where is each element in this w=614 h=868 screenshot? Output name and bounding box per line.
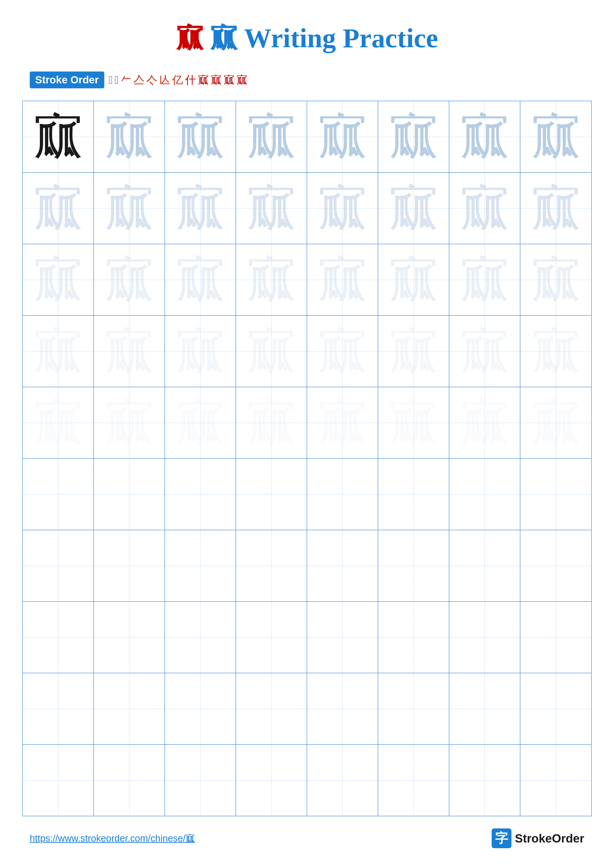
grid-cell-10-1[interactable] <box>23 745 94 816</box>
grid-cell-4-7[interactable]: 寙 <box>449 316 521 387</box>
grid-cell-3-6[interactable]: 寙 <box>378 244 449 315</box>
char-practice: 寙 <box>531 112 581 161</box>
grid-cell-4-8[interactable]: 寙 <box>521 316 591 387</box>
grid-cell-2-7[interactable]: 寙 <box>449 173 521 244</box>
stroke-2: 𠂈 <box>115 74 119 86</box>
char-practice: 寙 <box>176 112 225 161</box>
grid-cell-10-7[interactable] <box>449 745 521 816</box>
char-practice: 寙 <box>104 327 154 376</box>
char-practice: 寙 <box>318 255 367 305</box>
grid-cell-10-6[interactable] <box>378 745 449 816</box>
char-practice: 寙 <box>531 184 581 233</box>
grid-cell-4-6[interactable]: 寙 <box>378 316 449 387</box>
grid-cell-4-3[interactable]: 寙 <box>165 316 236 387</box>
grid-cell-2-4[interactable]: 寙 <box>236 173 307 244</box>
grid-cell-2-1[interactable]: 寙 <box>23 173 94 244</box>
footer-url-link[interactable]: https://www.strokeorder.com/chinese/寙 <box>30 832 195 845</box>
grid-cell-1-7[interactable]: 寙 <box>449 101 521 172</box>
grid-cell-3-5[interactable]: 寙 <box>307 244 378 315</box>
grid-cell-7-7[interactable] <box>449 530 521 601</box>
grid-cell-3-3[interactable]: 寙 <box>165 244 236 315</box>
char-practice: 寙 <box>460 327 510 376</box>
grid-cell-1-5[interactable]: 寙 <box>307 101 378 172</box>
char-practice: 寙 <box>247 255 296 305</box>
grid-cell-7-8[interactable] <box>521 530 591 601</box>
grid-cell-9-6[interactable] <box>378 673 449 744</box>
grid-cell-6-7[interactable] <box>449 459 521 530</box>
grid-cell-5-4[interactable]: 寙 <box>236 387 307 458</box>
grid-cell-8-3[interactable] <box>165 602 236 673</box>
grid-cell-6-8[interactable] <box>521 459 591 530</box>
grid-cell-10-5[interactable] <box>307 745 378 816</box>
grid-cell-10-8[interactable] <box>521 745 591 816</box>
grid-cell-10-3[interactable] <box>165 745 236 816</box>
grid-cell-1-2[interactable]: 寙 <box>94 101 165 172</box>
grid-cell-10-4[interactable] <box>236 745 307 816</box>
grid-cell-9-5[interactable] <box>307 673 378 744</box>
stroke-6: 亾 <box>159 73 170 87</box>
grid-cell-3-4[interactable]: 寙 <box>236 244 307 315</box>
char-practice: 寙 <box>531 398 581 448</box>
grid-cell-8-5[interactable] <box>307 602 378 673</box>
grid-cell-5-2[interactable]: 寙 <box>94 387 165 458</box>
grid-cell-5-1[interactable]: 寙 <box>23 387 94 458</box>
grid-cell-6-1[interactable] <box>23 459 94 530</box>
title-character: 寙 <box>176 23 204 53</box>
grid-cell-5-8[interactable]: 寙 <box>521 387 591 458</box>
grid-cell-7-1[interactable] <box>23 530 94 601</box>
grid-cell-9-1[interactable] <box>23 673 94 744</box>
grid-cell-3-7[interactable]: 寙 <box>449 244 521 315</box>
char-practice: 寙 <box>33 184 83 233</box>
grid-cell-9-2[interactable] <box>94 673 165 744</box>
grid-cell-2-3[interactable]: 寙 <box>165 173 236 244</box>
char-practice: 寙 <box>389 255 438 305</box>
grid-cell-2-5[interactable]: 寙 <box>307 173 378 244</box>
grid-cell-8-4[interactable] <box>236 602 307 673</box>
char-practice: 寙 <box>389 327 438 376</box>
grid-cell-3-1[interactable]: 寙 <box>23 244 94 315</box>
grid-cell-1-1[interactable]: 寙 <box>23 101 94 172</box>
grid-cell-9-4[interactable] <box>236 673 307 744</box>
char-practice: 寙 <box>318 327 367 376</box>
grid-cell-8-2[interactable] <box>94 602 165 673</box>
grid-cell-9-3[interactable] <box>165 673 236 744</box>
grid-cell-6-2[interactable] <box>94 459 165 530</box>
grid-cell-6-3[interactable] <box>165 459 236 530</box>
char-practice: 寙 <box>318 112 367 161</box>
grid-cell-4-2[interactable]: 寙 <box>94 316 165 387</box>
grid-cell-9-8[interactable] <box>521 673 591 744</box>
grid-cell-1-8[interactable]: 寙 <box>521 101 591 172</box>
grid-cell-7-6[interactable] <box>378 530 449 601</box>
grid-cell-2-2[interactable]: 寙 <box>94 173 165 244</box>
grid-cell-5-3[interactable]: 寙 <box>165 387 236 458</box>
grid-cell-2-8[interactable]: 寙 <box>521 173 591 244</box>
grid-cell-10-2[interactable] <box>94 745 165 816</box>
grid-cell-8-6[interactable] <box>378 602 449 673</box>
grid-cell-9-7[interactable] <box>449 673 521 744</box>
grid-cell-7-2[interactable] <box>94 530 165 601</box>
grid-cell-8-8[interactable] <box>521 602 591 673</box>
grid-cell-4-5[interactable]: 寙 <box>307 316 378 387</box>
grid-cell-6-6[interactable] <box>378 459 449 530</box>
grid-cell-5-7[interactable]: 寙 <box>449 387 521 458</box>
grid-cell-6-5[interactable] <box>307 459 378 530</box>
grid-cell-2-6[interactable]: 寙 <box>378 173 449 244</box>
grid-cell-8-1[interactable] <box>23 602 94 673</box>
grid-cell-7-5[interactable] <box>307 530 378 601</box>
char-practice: 寙 <box>460 255 510 305</box>
grid-cell-6-4[interactable] <box>236 459 307 530</box>
grid-cell-1-6[interactable]: 寙 <box>378 101 449 172</box>
grid-cell-4-1[interactable]: 寙 <box>23 316 94 387</box>
grid-cell-1-3[interactable]: 寙 <box>165 101 236 172</box>
grid-cell-7-4[interactable] <box>236 530 307 601</box>
grid-cell-8-7[interactable] <box>449 602 521 673</box>
grid-cell-5-5[interactable]: 寙 <box>307 387 378 458</box>
grid-cell-3-8[interactable]: 寙 <box>521 244 591 315</box>
grid-cell-5-6[interactable]: 寙 <box>378 387 449 458</box>
grid-cell-7-3[interactable] <box>165 530 236 601</box>
char-practice: 寙 <box>33 327 83 376</box>
grid-cell-4-4[interactable]: 寙 <box>236 316 307 387</box>
grid-cell-3-2[interactable]: 寙 <box>94 244 165 315</box>
grid-cell-1-4[interactable]: 寙 <box>236 101 307 172</box>
grid-row-2: 寙 寙 寙 寙 寙 寙 寙 寙 <box>23 173 591 244</box>
